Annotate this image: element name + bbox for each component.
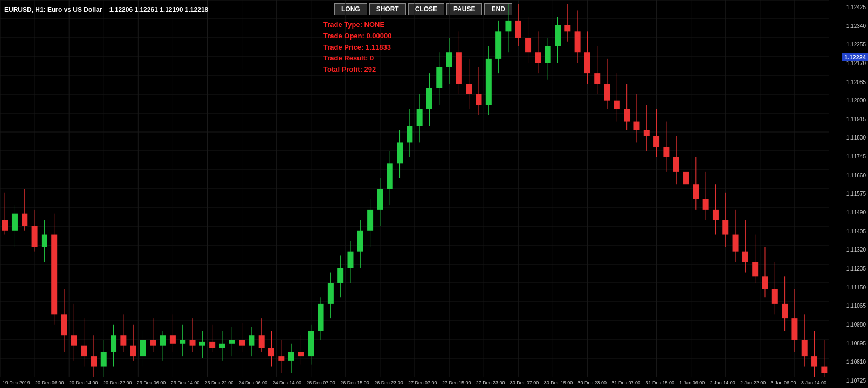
x-axis-label: 26 Dec 07:00 — [306, 380, 335, 385]
y-axis-label: 1.12085 — [830, 79, 867, 85]
x-axis-label: 23 Dec 22:00 — [205, 380, 234, 385]
header-bar: EURUSD, H1: Euro vs US Dollar 1.12206 1.… — [0, 0, 868, 19]
x-axis-label: 20 Dec 14:00 — [69, 380, 98, 385]
ohlc-text: 1.12206 1.12261 1.12190 1.12218 — [109, 6, 209, 13]
x-axis-label: 26 Dec 15:00 — [340, 380, 369, 385]
x-axis-label: 3 Jan 14:00 — [801, 380, 826, 385]
candlestick-chart — [0, 0, 829, 377]
trade-info: Trade Type: NONE Trade Open: 0.00000 Tra… — [323, 19, 391, 75]
trade-open: Trade Open: 0.00000 — [323, 31, 391, 42]
trade-price: Trade Price: 1.11833 — [323, 42, 391, 53]
horizontal-price-line — [0, 58, 829, 58]
total-profit: Total Profit: 292 — [323, 64, 391, 75]
x-axis-label: 30 Dec 15:00 — [544, 380, 573, 385]
y-axis-label: 1.11830 — [830, 135, 867, 141]
x-axis-label: 27 Dec 15:00 — [442, 380, 471, 385]
x-axis-label: 31 Dec 07:00 — [611, 380, 640, 385]
x-axis-label: 3 Jan 06:00 — [771, 380, 796, 385]
y-axis-label: 1.12255 — [830, 41, 867, 47]
y-axis-label: 1.11320 — [830, 247, 867, 253]
x-axis-label: 1 Jan 06:00 — [679, 380, 705, 385]
chart-container: EURUSD, H1: Euro vs US Dollar 1.12206 1.… — [0, 0, 868, 388]
y-axis-label: 1.10895 — [830, 341, 867, 347]
y-axis-label: 1.11235 — [830, 266, 867, 272]
y-axis-label: 1.12170 — [830, 60, 867, 66]
x-axis-label: 24 Dec 06:00 — [239, 380, 268, 385]
x-axis-label: 30 Dec 07:00 — [510, 380, 539, 385]
trade-type: Trade Type: NONE — [323, 19, 391, 31]
y-axis-label: 1.10725 — [830, 378, 867, 384]
y-axis-label: 1.11405 — [830, 228, 867, 234]
x-axis-label: 27 Dec 07:00 — [408, 380, 437, 385]
y-axis-label: 1.11150 — [830, 285, 867, 290]
y-axis-label: 1.10810 — [830, 359, 867, 365]
current-price-label: 1.12224 — [842, 53, 868, 61]
x-axis: 19 Dec 201920 Dec 06:0020 Dec 14:0020 De… — [0, 377, 829, 388]
x-axis-label: 2 Jan 14:00 — [710, 380, 735, 385]
y-axis-label: 1.11660 — [830, 172, 867, 178]
x-axis-label: 27 Dec 23:00 — [476, 380, 505, 385]
y-axis-label: 1.12340 — [830, 23, 867, 29]
x-axis-label: 31 Dec 15:00 — [645, 380, 674, 385]
x-axis-label: 23 Dec 06:00 — [137, 380, 166, 385]
x-axis-label: 23 Dec 14:00 — [171, 380, 200, 385]
y-axis-label: 1.11915 — [830, 116, 867, 122]
y-axis-label: 1.11745 — [830, 154, 867, 160]
symbol-text: EURUSD, H1: Euro vs US Dollar — [4, 6, 102, 13]
y-axis-label: 1.10980 — [830, 322, 867, 328]
y-axis-label: 1.11575 — [830, 191, 867, 197]
x-axis-label: 19 Dec 2019 — [3, 380, 30, 385]
x-axis-label: 20 Dec 22:00 — [103, 380, 132, 385]
x-axis-label: 2 Jan 22:00 — [740, 380, 766, 385]
x-axis-label: 24 Dec 14:00 — [272, 380, 301, 385]
x-axis-label: 30 Dec 23:00 — [578, 380, 607, 385]
symbol-info: EURUSD, H1: Euro vs US Dollar 1.12206 1.… — [4, 6, 208, 13]
x-axis-label: 26 Dec 23:00 — [374, 380, 403, 385]
x-axis-label: 20 Dec 06:00 — [35, 380, 64, 385]
y-axis-label: 1.11065 — [830, 303, 867, 309]
y-axis-label: 1.12000 — [830, 98, 867, 103]
y-axis-label: 1.11490 — [830, 210, 867, 216]
trade-result: Trade Result: 0 — [323, 53, 391, 64]
